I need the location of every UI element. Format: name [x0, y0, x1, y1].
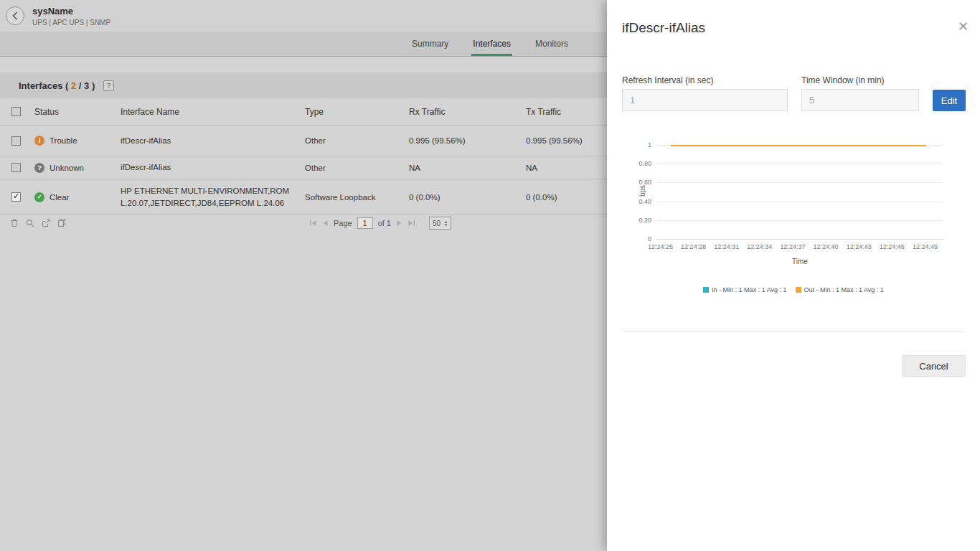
- chart-yticks: 10.800.600.400.200: [624, 145, 651, 239]
- edit-button[interactable]: Edit: [933, 90, 966, 111]
- modal-divider: [623, 331, 964, 332]
- col-status: Status: [34, 107, 121, 117]
- tab-monitors[interactable]: Monitors: [534, 32, 570, 56]
- export-icon[interactable]: [42, 219, 50, 227]
- search-icon[interactable]: [26, 219, 34, 227]
- col-interface-name: Interface Name: [121, 107, 305, 117]
- chart-gridline: [656, 182, 943, 183]
- legend-item: In - Min : 1 Max : 1 Avg : 1: [703, 286, 786, 293]
- chart-gridline: [656, 239, 943, 240]
- interface-name[interactable]: HP ETHERNET MULTI-ENVIRONMENT,ROM L.20.0…: [121, 185, 305, 209]
- status-cell: Trouble: [34, 136, 121, 146]
- first-page-icon[interactable]: [309, 220, 317, 227]
- interface-name[interactable]: ifDescr-ifAlias: [121, 135, 305, 147]
- interface-type: Other: [305, 164, 409, 172]
- chart-xtick-label: 12:24:34: [747, 243, 772, 250]
- interfaces-title-suffix: / 3 ): [76, 80, 95, 91]
- chart-x-axis-label: Time: [656, 258, 943, 265]
- chart-xtick-label: 12:24:46: [880, 243, 905, 250]
- pagination: Page of 1 50 ▲▼: [309, 217, 451, 230]
- chart-xtick-label: 12:24:37: [780, 243, 805, 250]
- legend-swatch-icon: [796, 287, 801, 293]
- legend-swatch-icon: [703, 287, 709, 293]
- chart-xtick-label: 12:24:28: [681, 243, 706, 250]
- device-title-block: sysName UPS | APC UPS | SNMP: [32, 6, 110, 27]
- next-page-icon[interactable]: [396, 220, 402, 227]
- prev-page-icon[interactable]: [322, 220, 329, 227]
- chart-ytick-label: 0.60: [639, 179, 651, 186]
- spinner-arrows-icon: ▲▼: [444, 220, 448, 227]
- chart-xtick-label: 12:24:31: [714, 243, 739, 250]
- page-size-value: 50: [433, 220, 440, 227]
- chart-xtick-label: 12:24:49: [913, 243, 938, 250]
- refresh-interval-label: Refresh Interval (in sec): [622, 75, 713, 85]
- interface-type: Other: [305, 136, 409, 145]
- traffic-chart: bps 10.800.600.400.200 12:24:2512:24:281…: [607, 135, 980, 314]
- modal-title: ifDescr-ifAlias: [622, 20, 705, 36]
- time-window-input[interactable]: [801, 89, 919, 111]
- device-name: sysName: [32, 6, 110, 17]
- page-number-input[interactable]: [357, 217, 373, 229]
- device-meta: UPS | APC UPS | SNMP: [32, 19, 110, 27]
- col-rx-traffic: Rx Traffic: [409, 107, 526, 117]
- status-label: Unknown: [50, 164, 84, 172]
- tab-interfaces[interactable]: Interfaces: [471, 32, 512, 56]
- legend-item: Out - Min : 1 Max : 1 Avg : 1: [796, 286, 884, 293]
- row-checkbox[interactable]: [11, 163, 21, 172]
- table-toolbar: [10, 218, 66, 227]
- interfaces-active-count: 2: [71, 80, 76, 91]
- help-icon[interactable]: ?: [103, 80, 114, 91]
- chart-ytick-label: 0: [648, 235, 651, 242]
- chart-ytick-label: 0.20: [639, 217, 651, 224]
- row-checkbox[interactable]: [11, 136, 21, 146]
- chart-gridline: [656, 164, 943, 164]
- time-window-label: Time Window (in min): [801, 75, 885, 85]
- chart-gridline: [656, 220, 943, 221]
- chart-series-out: [671, 145, 926, 146]
- delete-icon[interactable]: [10, 218, 19, 227]
- trouble-icon: [34, 136, 44, 146]
- chart-ytick-label: 1: [648, 141, 651, 149]
- chart-legend: In - Min : 1 Max : 1 Avg : 1Out - Min : …: [607, 286, 980, 293]
- chart-ytick-label: 0.80: [639, 160, 651, 167]
- tab-summary[interactable]: Summary: [410, 32, 450, 56]
- rx-traffic: NA: [409, 164, 526, 172]
- status-cell: Unknown: [34, 163, 121, 173]
- chart-ytick-label: 0.40: [639, 198, 651, 205]
- legend-label: In - Min : 1 Max : 1 Avg : 1: [712, 286, 786, 293]
- chart-xtick-label: 12:24:40: [814, 243, 839, 250]
- status-label: Trouble: [50, 136, 77, 145]
- close-icon[interactable]: ✕: [958, 19, 969, 34]
- rx-traffic: 0 (0.0%): [409, 193, 526, 202]
- back-button[interactable]: [6, 6, 24, 25]
- page-of-label: of 1: [378, 219, 391, 227]
- chevron-left-icon: [11, 11, 19, 20]
- chart-xtick-label: 12:24:25: [648, 243, 673, 250]
- page-label: Page: [334, 219, 352, 227]
- refresh-interval-input[interactable]: [622, 89, 788, 111]
- cancel-button[interactable]: Cancel: [902, 355, 966, 377]
- page-size-select[interactable]: 50 ▲▼: [429, 217, 451, 230]
- legend-label: Out - Min : 1 Max : 1 Avg : 1: [804, 286, 884, 293]
- clear-icon: [34, 192, 44, 202]
- row-checkbox[interactable]: [11, 192, 21, 202]
- select-all-checkbox[interactable]: [11, 107, 21, 116]
- interface-type: Software Loopback: [305, 193, 409, 202]
- interface-detail-modal: ifDescr-ifAlias ✕ Refresh Interval (in s…: [607, 0, 980, 551]
- last-page-icon[interactable]: [407, 220, 415, 227]
- chart-xtick-label: 12:24:43: [847, 243, 872, 250]
- status-label: Clear: [50, 193, 69, 202]
- unknown-icon: [34, 163, 44, 173]
- col-type: Type: [305, 107, 409, 117]
- chart-xticks: 12:24:2512:24:2812:24:3112:24:3412:24:37…: [648, 243, 938, 250]
- copy-icon[interactable]: [57, 218, 66, 227]
- interface-name[interactable]: ifDescr-ifAlias: [121, 161, 305, 174]
- rx-traffic: 0.995 (99.56%): [409, 136, 526, 145]
- interfaces-title-prefix: Interfaces (: [19, 80, 71, 91]
- chart-plot: [656, 145, 943, 239]
- status-cell: Clear: [34, 192, 121, 202]
- chart-gridline: [656, 202, 943, 202]
